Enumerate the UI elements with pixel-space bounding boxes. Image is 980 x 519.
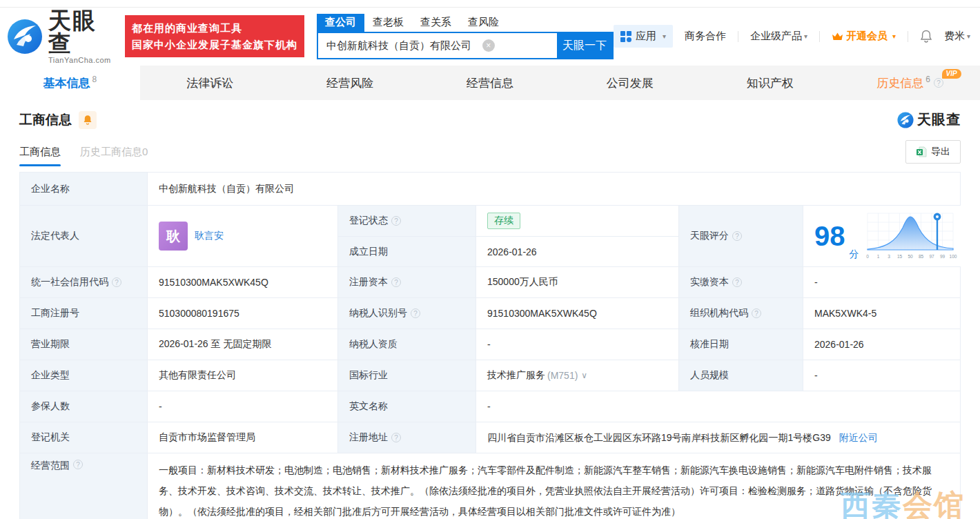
legal-rep-label: 法定代表人 xyxy=(20,206,148,266)
tab-intellectual-property[interactable]: 知识产权 xyxy=(700,66,840,100)
approve-date-value: 2026-01-26 xyxy=(803,329,960,360)
insured-count-label: 参保人数 xyxy=(20,391,148,422)
score-label: 天眼评分 ? xyxy=(679,206,803,266)
slogan-line2: 国家中小企业发展子基金旗下机构 xyxy=(132,37,297,52)
english-name-value: - xyxy=(476,391,960,422)
crown-icon xyxy=(832,32,843,41)
help-icon[interactable]: ? xyxy=(752,309,761,318)
tab-legal-label: 法律诉讼 xyxy=(186,75,233,91)
search-tab-risk[interactable]: 查风险 xyxy=(460,14,507,32)
reg-capital-value: 150000万人民币 xyxy=(476,267,679,297)
taxpayer-quality-label: 纳税人资质 xyxy=(338,329,476,360)
tab-operating-risk[interactable]: 经营风险 xyxy=(280,66,420,100)
help-icon[interactable]: ? xyxy=(391,277,401,287)
business-term-value: 2026-01-26 至 无固定期限 xyxy=(148,329,338,360)
nav-enterprise-label: 企业级产品 xyxy=(750,30,802,43)
nearby-companies-link[interactable]: 附近公司 xyxy=(839,432,878,443)
slogan-line1: 都在用的商业查询工具 xyxy=(132,20,297,36)
table-row: 法定代表人 耿 耿言安 登记状态 ? 存续 成立日期 2026-01-26 天眼… xyxy=(20,206,960,267)
reg-address-text: 四川省自贡市沿滩区板仓工业园区东环路19号南岸科技新区孵化园一期1号楼G39 xyxy=(487,432,831,443)
vip-badge: VIP xyxy=(942,69,961,79)
help-icon[interactable]: ? xyxy=(732,231,742,241)
help-icon[interactable]: ? xyxy=(934,78,943,88)
notification-bell-icon[interactable] xyxy=(920,30,932,43)
section-title: 工商信息 xyxy=(19,111,72,129)
business-scope-text: 一般项目：新材料技术研发；电池制造；电池销售；新材料技术推广服务；汽车零部件及配… xyxy=(159,460,949,519)
apps-menu[interactable]: 应用 ▾ xyxy=(614,25,673,48)
staff-size-label: 人员规模 xyxy=(679,360,803,391)
help-icon[interactable]: ? xyxy=(391,216,401,226)
paid-capital-label-text: 实缴资本 xyxy=(690,276,729,288)
tab-operating-risk-label: 经营风险 xyxy=(326,75,373,91)
apps-grid-icon xyxy=(620,31,631,42)
chevron-down-icon: ▾ xyxy=(663,32,666,40)
export-button[interactable]: 导出 xyxy=(905,140,961,164)
export-label: 导出 xyxy=(931,146,950,158)
taxpayer-id-label-text: 纳税人识别号 xyxy=(349,307,407,320)
nav-cooperation[interactable]: 商务合作 xyxy=(685,30,726,43)
nav-user-menu[interactable]: 费米 ▾ xyxy=(944,30,970,43)
company-name-label: 企业名称 xyxy=(20,173,148,205)
search-tab-company[interactable]: 查公司 xyxy=(317,14,364,32)
org-code-label: 组织机构代码 ? xyxy=(679,298,803,329)
reg-number-value: 510300080191675 xyxy=(148,298,338,329)
tab-business-info[interactable]: 经营信息 xyxy=(420,66,560,100)
reg-status-label: 登记状态 ? xyxy=(338,206,476,236)
subtab-history-registration[interactable]: 历史工商信息0 xyxy=(80,146,148,166)
chevron-down-icon: ▾ xyxy=(804,32,807,40)
content-watermark-text: 天眼查 xyxy=(917,110,961,129)
svg-text:100: 100 xyxy=(949,254,957,259)
help-icon[interactable]: ? xyxy=(73,460,83,469)
svg-text:97: 97 xyxy=(929,254,934,259)
establish-date-value: 2026-01-26 xyxy=(476,236,679,266)
nav-open-vip[interactable]: 开通会员 ▾ xyxy=(832,30,896,43)
tab-history-info[interactable]: VIP 历史信息 6 ? xyxy=(840,66,980,100)
content-watermark-logo: 天眼查 xyxy=(897,110,961,129)
taxpayer-id-value: 91510300MAK5XWK45Q xyxy=(476,298,679,329)
tab-basic-info[interactable]: 基本信息 8 xyxy=(0,66,140,100)
taxpayer-id-label: 纳税人识别号 ? xyxy=(338,298,476,329)
table-row: 参保人数 - 英文名称 - xyxy=(20,391,960,422)
industry-label: 国标行业 xyxy=(338,360,476,391)
tab-history-info-label: 历史信息 xyxy=(876,75,923,91)
subtab-business-registration[interactable]: 工商信息 xyxy=(19,146,61,166)
table-row: 营业期限 2026-01-26 至 无固定期限 纳税人资质 - 核准日期 202… xyxy=(20,329,960,360)
brand-logo[interactable]: 天眼查 TianYanCha.com xyxy=(7,9,115,64)
staff-size-value: - xyxy=(803,360,960,391)
tianyancha-eye-icon xyxy=(897,112,914,128)
legal-rep-link[interactable]: 耿言安 xyxy=(195,230,224,242)
search-tab-boss[interactable]: 查老板 xyxy=(364,14,412,32)
watermark-part1: 西秦 xyxy=(841,489,903,519)
tab-company-development[interactable]: 公司发展 xyxy=(560,66,700,100)
chevron-expand-icon[interactable]: ∨ xyxy=(581,371,587,380)
apps-label: 应用 xyxy=(636,30,656,43)
reg-number-label: 工商注册号 xyxy=(20,298,148,329)
reg-capital-label-text: 注册资本 xyxy=(349,276,388,288)
page-watermark: 西秦会馆 xyxy=(841,486,965,519)
help-icon[interactable]: ? xyxy=(112,277,121,287)
search-button[interactable]: 天眼一下 xyxy=(557,33,612,58)
clear-search-icon[interactable]: × xyxy=(482,39,495,52)
reg-address-label: 注册地址 ? xyxy=(338,422,476,453)
search-input[interactable] xyxy=(318,33,557,58)
score-cell: 98 分 xyxy=(803,206,963,266)
reg-address-value: 四川省自贡市沿滩区板仓工业园区东环路19号南岸科技新区孵化园一期1号楼G39 附… xyxy=(476,422,960,453)
company-type-value: 其他有限责任公司 xyxy=(148,360,338,391)
help-icon[interactable]: ? xyxy=(732,277,742,287)
svg-text:99: 99 xyxy=(939,254,945,259)
reg-authority-label: 登记机关 xyxy=(20,422,148,453)
legal-rep-avatar[interactable]: 耿 xyxy=(159,222,188,251)
help-icon[interactable]: ? xyxy=(391,433,401,442)
tab-basic-info-count: 8 xyxy=(92,75,97,84)
table-row: 登记机关 自贡市市场监督管理局 注册地址 ? 四川省自贡市沿滩区板仓工业园区东环… xyxy=(20,422,960,453)
subscribe-bell-icon[interactable] xyxy=(79,111,97,129)
search-tab-relation[interactable]: 查关系 xyxy=(412,14,460,32)
help-icon[interactable]: ? xyxy=(411,309,420,318)
tab-legal[interactable]: 法律诉讼 xyxy=(140,66,280,100)
approve-date-label: 核准日期 xyxy=(679,329,803,360)
establish-date-label: 成立日期 xyxy=(338,236,476,266)
business-scope-label-text: 经营范围 xyxy=(31,460,70,472)
reg-capital-label: 注册资本 ? xyxy=(338,267,476,297)
nav-enterprise[interactable]: 企业级产品 ▾ xyxy=(750,30,807,43)
credit-code-label: 统一社会信用代码 ? xyxy=(20,267,148,297)
